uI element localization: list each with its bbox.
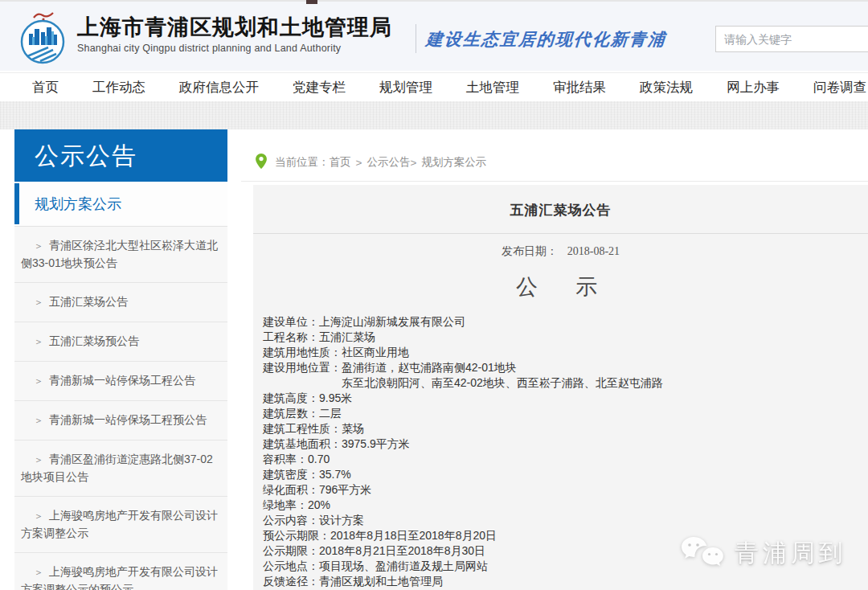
nav-item-survey[interactable]: 问卷调查: [813, 79, 866, 96]
sidebar: 公示公告 规划方案公示 ＞青浦区徐泾北大型社区崧泽大道北侧33-01地块预公告 …: [14, 129, 227, 590]
sidebar-active-label: 规划方案公示: [35, 196, 121, 212]
chevron-right-icon: ＞: [34, 510, 43, 522]
main-nav: 首页 工作动态 政府信息公开 党建专栏 规划管理 土地管理 审批结果 政策法规 …: [0, 72, 868, 101]
article-line: 反馈途径：青浦区规划和土地管理局: [263, 574, 868, 589]
breadcrumb-divider: [241, 181, 868, 182]
site-logo[interactable]: [16, 10, 71, 66]
sidebar-list-item[interactable]: ＞青浦区盈浦街道淀惠路北侧37-02地块项目公告: [14, 440, 227, 497]
breadcrumb-plan-publicity[interactable]: 规划方案公示: [421, 155, 486, 170]
sidebar-list-item[interactable]: ＞上海骏鸣房地产开发有限公司设计方案调整公示: [14, 497, 227, 553]
article-line: 工程名称：五浦汇菜场: [263, 330, 868, 345]
article-line: 建筑用地性质：社区商业用地: [263, 345, 868, 360]
site-header: 上海市青浦区规划和土地管理局 Shanghai city Qingpu dist…: [0, 0, 868, 71]
main-content: 当前位置： 首页 > 公示公告 > 规划方案公示 五浦汇菜场公告 发布日期： 2…: [241, 129, 868, 590]
nav-item-planning[interactable]: 规划管理: [379, 79, 432, 96]
article-line: 容积率：0.70: [263, 452, 868, 467]
sidebar-list-item[interactable]: ＞五浦汇菜场公告: [14, 283, 227, 322]
breadcrumb-separator: >: [356, 157, 362, 169]
nav-item-party[interactable]: 党建专栏: [293, 79, 346, 96]
watermark-text: 青浦周到: [735, 537, 847, 570]
nav-item-approval[interactable]: 审批结果: [553, 79, 606, 96]
nav-item-land[interactable]: 土地管理: [466, 79, 519, 96]
article-line: 建筑工程性质：菜场: [263, 421, 868, 436]
logo-red-script: [34, 13, 53, 18]
article-title: 五浦汇菜场公告: [253, 185, 868, 233]
search-input[interactable]: [716, 27, 868, 51]
watermark: 青浦周到: [682, 535, 847, 571]
location-pin-icon: [256, 154, 267, 171]
sidebar-list-item[interactable]: ＞青浦区徐泾北大型社区崧泽大道北侧33-01地块预公告: [14, 227, 227, 283]
sidebar-item-active[interactable]: 规划方案公示: [14, 182, 227, 227]
sidebar-list-item[interactable]: ＞青浦新城一站停保场工程公告: [14, 362, 227, 401]
banner-strip: [0, 101, 868, 129]
article-panel: 五浦汇菜场公告 发布日期： 2018-08-21 公 示 建设单位：上海淀山湖新…: [253, 185, 868, 590]
breadcrumb-home[interactable]: 首页: [330, 155, 351, 170]
sidebar-list: ＞青浦区徐泾北大型社区崧泽大道北侧33-01地块预公告 ＞五浦汇菜场公告 ＞五浦…: [14, 227, 227, 590]
chevron-right-icon: ＞: [34, 415, 43, 426]
header-divider: [416, 24, 416, 53]
publish-date-label: 发布日期：: [502, 244, 558, 257]
chevron-right-icon: ＞: [34, 297, 43, 308]
qingpu-logo-icon: [16, 10, 71, 66]
site-title: 上海市青浦区规划和土地管理局: [77, 14, 392, 40]
article-line: 建筑基地面积：3975.9平方米: [263, 436, 868, 452]
nav-item-gov-info[interactable]: 政府信息公开: [179, 79, 259, 96]
nav-item-home[interactable]: 首页: [32, 79, 59, 96]
site-slogan: 建设生态宜居的现代化新青浦: [425, 28, 667, 51]
article-line: 东至北浪朝阳河、南至42-02地块、西至崧子浦路、北至赵屯浦路: [263, 375, 868, 391]
chevron-right-icon: ＞: [34, 454, 43, 465]
search-box: [715, 26, 868, 52]
nav-item-online[interactable]: 网上办事: [727, 79, 780, 96]
sidebar-heading: 公示公告: [14, 129, 227, 182]
article-line: 建设单位：上海淀山湖新城发展有限公司: [263, 314, 868, 330]
article-line: 绿化面积：796平方米: [263, 482, 868, 498]
chevron-right-icon: ＞: [34, 375, 43, 387]
article-line: 绿地率：20%: [263, 498, 868, 513]
article-line: 建设用地位置：盈浦街道，赵屯浦路南侧42-01地块: [263, 360, 868, 375]
sidebar-list-item[interactable]: ＞上海骏鸣房地产开发有限公司设计方案调整公示的预公示: [14, 553, 227, 590]
article-line: 建筑层数：二层: [263, 406, 868, 421]
chevron-right-icon: ＞: [34, 240, 43, 252]
nav-item-work-news[interactable]: 工作动态: [92, 79, 145, 96]
wechat-icon: [682, 535, 723, 571]
sidebar-list-item[interactable]: ＞五浦汇菜场预公告: [14, 322, 227, 362]
site-subtitle: Shanghai city Qingpu district planning a…: [77, 43, 392, 54]
breadcrumb: 当前位置： 首页 > 公示公告 > 规划方案公示: [241, 129, 868, 181]
top-artifact: [306, 0, 317, 4]
article-heading: 公 示: [253, 259, 868, 314]
chevron-right-icon: ＞: [34, 567, 43, 578]
publish-row: 发布日期： 2018-08-21: [253, 234, 868, 259]
article-line: 建筑高度：9.95米: [263, 391, 868, 406]
article-line: 公示内容：设计方案: [263, 513, 868, 528]
chevron-right-icon: ＞: [34, 336, 43, 347]
nav-item-policy[interactable]: 政策法规: [640, 79, 693, 96]
publish-date-value: 2018-08-21: [567, 245, 620, 257]
sidebar-list-item[interactable]: ＞青浦新城一站停保场工程预公告: [14, 401, 227, 440]
breadcrumb-separator: >: [410, 157, 416, 169]
site-brand: 上海市青浦区规划和土地管理局 Shanghai city Qingpu dist…: [77, 14, 392, 54]
active-indicator-bar: [14, 183, 19, 224]
breadcrumb-announcements[interactable]: 公示公告: [366, 155, 410, 170]
breadcrumb-prefix: 当前位置：: [275, 155, 330, 170]
article-line: 建筑密度：35.7%: [263, 467, 868, 482]
